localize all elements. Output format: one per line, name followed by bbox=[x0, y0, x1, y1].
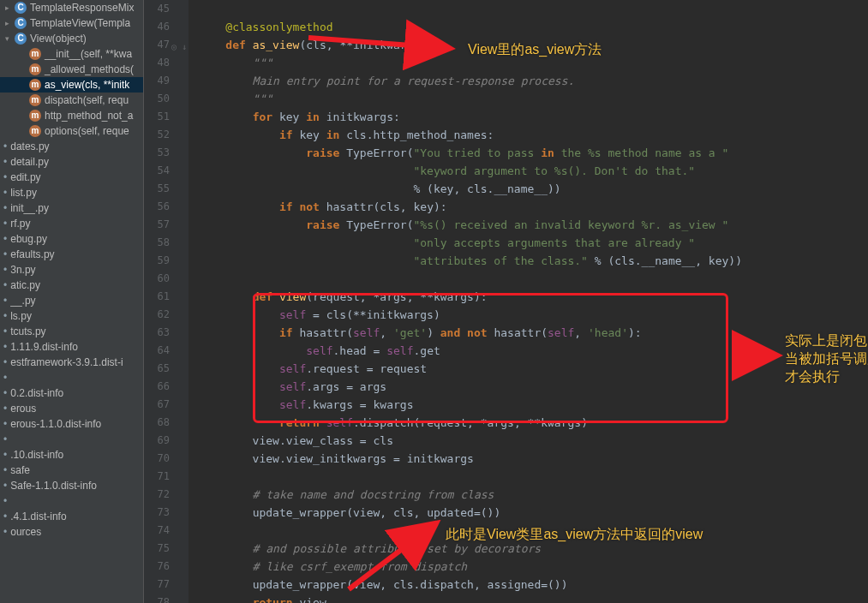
file-item[interactable]: dates.py bbox=[0, 139, 143, 154]
line-number: 50 bbox=[144, 90, 189, 108]
line-number: 56 bbox=[144, 198, 189, 216]
line-gutter: 454647◎ ↓4849505152535455565758596061626… bbox=[144, 0, 189, 603]
file-item[interactable]: tcuts.py bbox=[0, 324, 143, 339]
class-label: TemplateResponseMix bbox=[30, 2, 134, 14]
method-item[interactable]: mdispatch(self, requ bbox=[0, 93, 143, 108]
line-number: 65 bbox=[144, 360, 189, 378]
code-editor[interactable]: 454647◎ ↓4849505152535455565758596061626… bbox=[144, 0, 868, 603]
line-number: 63 bbox=[144, 324, 189, 342]
code-area[interactable]: @classonlymethod def as_view(cls, **init… bbox=[189, 0, 868, 603]
line-number: 74 bbox=[144, 522, 189, 540]
file-item[interactable]: erous-1.1.0.dist-info bbox=[0, 416, 143, 432]
method-label: dispatch(self, requ bbox=[45, 94, 129, 106]
file-item[interactable]: 0.2.dist-info bbox=[0, 385, 143, 401]
line-number: 58 bbox=[144, 234, 189, 252]
file-item[interactable]: ebug.py bbox=[0, 231, 143, 247]
line-number: 78 bbox=[144, 594, 189, 603]
line-number: 70 bbox=[144, 450, 189, 468]
line-number: 54 bbox=[144, 162, 189, 180]
class-label: View(object) bbox=[30, 33, 87, 45]
file-item[interactable]: ources bbox=[0, 524, 143, 540]
line-number: 71 bbox=[144, 468, 189, 486]
class-label: TemplateView(Templa bbox=[30, 17, 130, 29]
class-item[interactable]: ▾CView(object) bbox=[0, 31, 143, 46]
line-number: 67 bbox=[144, 396, 189, 414]
method-label: as_view(cls, **initk bbox=[45, 79, 129, 91]
line-number: 52 bbox=[144, 126, 189, 144]
line-number: 49 bbox=[144, 72, 189, 90]
method-label: __init__(self, **kwa bbox=[45, 48, 132, 60]
line-number: 64 bbox=[144, 342, 189, 360]
file-item[interactable]: .4.1.dist-info bbox=[0, 509, 143, 524]
line-number: 75 bbox=[144, 540, 189, 558]
line-number: 76 bbox=[144, 558, 189, 576]
file-item[interactable]: efaults.py bbox=[0, 247, 143, 262]
line-number: 55 bbox=[144, 180, 189, 198]
method-item[interactable]: m_allowed_methods( bbox=[0, 62, 143, 77]
line-number: 62 bbox=[144, 306, 189, 324]
line-number: 51 bbox=[144, 108, 189, 126]
class-item[interactable]: ▸CTemplateResponseMix bbox=[0, 0, 143, 15]
file-item[interactable]: Safe-1.1.0.dist-info bbox=[0, 478, 143, 493]
line-number: 73 bbox=[144, 504, 189, 522]
line-number: 77 bbox=[144, 576, 189, 594]
line-number: 66 bbox=[144, 378, 189, 396]
code-content[interactable]: @classonlymethod def as_view(cls, **init… bbox=[199, 0, 868, 603]
file-item[interactable]: edit.py bbox=[0, 170, 143, 185]
file-item[interactable] bbox=[0, 370, 143, 385]
method-label: options(self, reque bbox=[45, 125, 129, 137]
file-item[interactable]: 3n.py bbox=[0, 262, 143, 278]
file-item[interactable] bbox=[0, 432, 143, 447]
line-number: 46 bbox=[144, 18, 189, 36]
line-number: 61 bbox=[144, 288, 189, 306]
file-item[interactable] bbox=[0, 493, 143, 509]
method-item[interactable]: moptions(self, reque bbox=[0, 123, 143, 139]
file-item[interactable]: init__.py bbox=[0, 200, 143, 216]
file-item[interactable]: estframework-3.9.1.dist-i bbox=[0, 355, 143, 370]
file-item[interactable]: ls.py bbox=[0, 308, 143, 324]
line-number: 59 bbox=[144, 252, 189, 270]
file-item[interactable]: 1.11.9.dist-info bbox=[0, 339, 143, 355]
method-item[interactable]: m__init__(self, **kwa bbox=[0, 46, 143, 62]
line-number: 68 bbox=[144, 414, 189, 432]
line-number: 72 bbox=[144, 486, 189, 504]
line-number: 57 bbox=[144, 216, 189, 234]
file-item[interactable]: list.py bbox=[0, 185, 143, 200]
file-item[interactable]: erous bbox=[0, 401, 143, 416]
file-item[interactable]: .10.dist-info bbox=[0, 447, 143, 463]
method-label: http_method_not_a bbox=[45, 110, 133, 122]
method-item-selected[interactable]: mas_view(cls, **initk bbox=[0, 77, 143, 93]
method-label: _allowed_methods( bbox=[45, 63, 134, 75]
file-item[interactable]: detail.py bbox=[0, 154, 143, 170]
method-item[interactable]: mhttp_method_not_a bbox=[0, 108, 143, 123]
line-number: 47◎ ↓ bbox=[144, 36, 189, 54]
structure-sidebar[interactable]: ▸CTemplateResponseMix ▸CTemplateView(Tem… bbox=[0, 0, 144, 603]
file-item[interactable]: __.py bbox=[0, 293, 143, 308]
line-number: 60 bbox=[144, 270, 189, 288]
file-item[interactable]: safe bbox=[0, 463, 143, 478]
file-item[interactable]: atic.py bbox=[0, 278, 143, 293]
line-number: 45 bbox=[144, 0, 189, 18]
line-number: 53 bbox=[144, 144, 189, 162]
line-number: 69 bbox=[144, 432, 189, 450]
line-number: 48 bbox=[144, 54, 189, 72]
class-item[interactable]: ▸CTemplateView(Templa bbox=[0, 15, 143, 31]
file-item[interactable]: rf.py bbox=[0, 216, 143, 231]
